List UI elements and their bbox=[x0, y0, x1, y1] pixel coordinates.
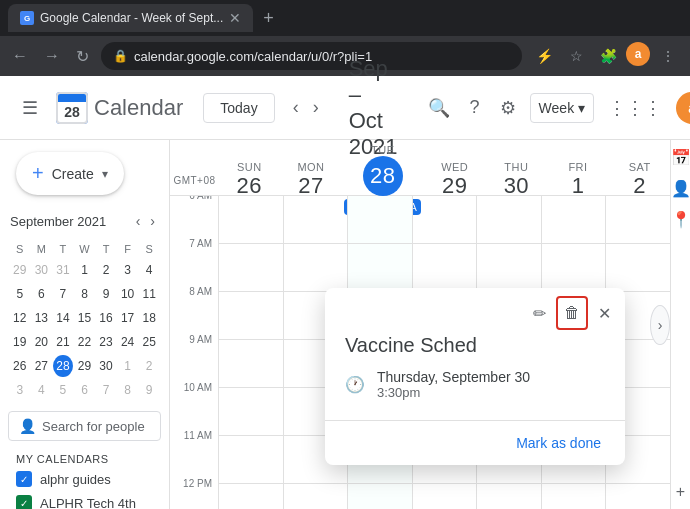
mini-cal-day[interactable]: 27 bbox=[32, 355, 52, 377]
today-btn[interactable]: Today bbox=[203, 93, 274, 123]
slot-thu-6[interactable] bbox=[476, 196, 541, 244]
slot-sun-6[interactable] bbox=[218, 196, 283, 244]
slot-sat-12[interactable] bbox=[605, 484, 670, 509]
help-btn[interactable]: ? bbox=[464, 91, 486, 124]
delete-event-btn[interactable]: 🗑 bbox=[556, 296, 588, 330]
mini-cal-day[interactable]: 9 bbox=[96, 283, 116, 305]
slot-mon-6[interactable] bbox=[283, 196, 348, 244]
hamburger-btn[interactable]: ☰ bbox=[16, 91, 44, 125]
mini-cal-day[interactable]: 6 bbox=[75, 379, 95, 401]
mini-cal-day[interactable]: 25 bbox=[139, 331, 159, 353]
mini-cal-day[interactable]: 30 bbox=[32, 259, 52, 281]
calendar-item-alphr-tech[interactable]: ✓ ALPHR Tech 4th bbox=[0, 491, 169, 509]
edit-event-btn[interactable]: ✏ bbox=[527, 298, 552, 329]
mini-cal-day[interactable]: 11 bbox=[139, 283, 159, 305]
mini-cal-day[interactable]: 1 bbox=[118, 355, 138, 377]
slot-tue-12[interactable] bbox=[347, 484, 412, 509]
slot-thu-12[interactable] bbox=[476, 484, 541, 509]
mini-cal-day[interactable]: 10 bbox=[118, 283, 138, 305]
browser-tab[interactable]: G Google Calendar - Week of Sept... ✕ bbox=[8, 4, 253, 32]
next-week-btn[interactable]: › bbox=[307, 93, 325, 122]
mini-cal-day[interactable]: 9 bbox=[139, 379, 159, 401]
back-btn[interactable]: ← bbox=[8, 43, 32, 69]
create-btn[interactable]: + Create ▾ bbox=[16, 152, 124, 195]
map-right-icon[interactable]: 📍 bbox=[671, 210, 691, 229]
prev-week-btn[interactable]: ‹ bbox=[287, 93, 305, 122]
mini-cal-day[interactable]: 26 bbox=[10, 355, 30, 377]
mini-cal-day[interactable]: 14 bbox=[53, 307, 73, 329]
address-bar[interactable]: 🔒 calendar.google.com/calendar/u/0/r?pli… bbox=[101, 42, 522, 70]
mini-cal-day[interactable]: 3 bbox=[118, 259, 138, 281]
slot-sun-12[interactable] bbox=[218, 484, 283, 509]
mini-cal-day[interactable]: 13 bbox=[32, 307, 52, 329]
expand-btn[interactable]: › bbox=[650, 305, 670, 345]
slot-fri-7[interactable] bbox=[541, 244, 606, 292]
slot-tue-7[interactable] bbox=[347, 244, 412, 292]
calendar-checkbox[interactable]: ✓ bbox=[16, 471, 32, 487]
mini-cal-day[interactable]: 1 bbox=[75, 259, 95, 281]
slot-sat-7[interactable] bbox=[605, 244, 670, 292]
mini-cal-day[interactable]: 17 bbox=[118, 307, 138, 329]
mini-cal-day[interactable]: 15 bbox=[75, 307, 95, 329]
slot-sun-7[interactable] bbox=[218, 244, 283, 292]
mini-cal-day[interactable]: 22 bbox=[75, 331, 95, 353]
calendar-right-icon[interactable]: 📅 bbox=[671, 148, 691, 167]
slot-sun-8[interactable] bbox=[218, 292, 283, 340]
mini-cal-day[interactable]: 20 bbox=[32, 331, 52, 353]
slot-sat-6[interactable] bbox=[605, 196, 670, 244]
mini-cal-day[interactable]: 19 bbox=[10, 331, 30, 353]
tab-close-btn[interactable]: ✕ bbox=[229, 10, 241, 26]
contact-right-icon[interactable]: 👤 bbox=[671, 179, 691, 198]
slot-wed-12[interactable] bbox=[412, 484, 477, 509]
mini-cal-day[interactable]: 21 bbox=[53, 331, 73, 353]
new-tab-btn[interactable]: + bbox=[263, 8, 274, 29]
mini-cal-day[interactable]: 5 bbox=[10, 283, 30, 305]
grid-btn[interactable]: ⋮⋮⋮ bbox=[602, 91, 668, 125]
mini-cal-day[interactable]: 3 bbox=[10, 379, 30, 401]
slot-sun-10[interactable] bbox=[218, 388, 283, 436]
mini-cal-day[interactable]: 31 bbox=[53, 259, 73, 281]
mini-cal-day[interactable]: 7 bbox=[53, 283, 73, 305]
mini-cal-today[interactable]: 28 bbox=[53, 355, 73, 377]
slot-mon-12[interactable] bbox=[283, 484, 348, 509]
puzzle-btn[interactable]: 🧩 bbox=[594, 42, 622, 70]
mini-cal-day[interactable]: 6 bbox=[32, 283, 52, 305]
mini-cal-day[interactable]: 2 bbox=[139, 355, 159, 377]
slot-fri-12[interactable] bbox=[541, 484, 606, 509]
mini-cal-day[interactable]: 29 bbox=[75, 355, 95, 377]
mini-cal-day[interactable]: 7 bbox=[96, 379, 116, 401]
mini-cal-day[interactable]: 24 bbox=[118, 331, 138, 353]
mini-cal-day[interactable]: 4 bbox=[32, 379, 52, 401]
mini-cal-day[interactable]: 29 bbox=[10, 259, 30, 281]
profile-avatar[interactable]: a bbox=[626, 42, 650, 66]
slot-thu-7[interactable] bbox=[476, 244, 541, 292]
mini-cal-prev[interactable]: ‹ bbox=[132, 211, 145, 231]
mini-cal-day[interactable]: 23 bbox=[96, 331, 116, 353]
mini-cal-day[interactable]: 8 bbox=[118, 379, 138, 401]
view-selector[interactable]: Week ▾ bbox=[530, 93, 595, 123]
slot-wed-6[interactable] bbox=[412, 196, 477, 244]
mini-cal-day[interactable]: 30 bbox=[96, 355, 116, 377]
calendar-checkbox[interactable]: ✓ bbox=[16, 495, 32, 509]
settings-btn[interactable]: ⚙ bbox=[494, 91, 522, 125]
search-btn[interactable]: 🔍 bbox=[422, 91, 456, 125]
mark-done-btn[interactable]: Mark as done bbox=[508, 429, 609, 457]
menu-btn[interactable]: ⋮ bbox=[654, 42, 682, 70]
slot-sun-11[interactable] bbox=[218, 436, 283, 484]
search-people[interactable]: 👤 Search for people bbox=[8, 411, 161, 441]
mini-cal-day[interactable]: 18 bbox=[139, 307, 159, 329]
bookmark-btn[interactable]: ☆ bbox=[562, 42, 590, 70]
mini-cal-day[interactable]: 5 bbox=[53, 379, 73, 401]
extensions-btn[interactable]: ⚡ bbox=[530, 42, 558, 70]
slot-wed-7[interactable] bbox=[412, 244, 477, 292]
mini-cal-day[interactable]: 8 bbox=[75, 283, 95, 305]
mini-cal-next[interactable]: › bbox=[146, 211, 159, 231]
mini-cal-day[interactable]: 4 bbox=[139, 259, 159, 281]
calendar-item-alphr-guides[interactable]: ✓ alphr guides bbox=[0, 467, 169, 491]
user-avatar[interactable]: a bbox=[676, 92, 690, 124]
mini-cal-day[interactable]: 12 bbox=[10, 307, 30, 329]
mini-cal-day[interactable]: 16 bbox=[96, 307, 116, 329]
slot-mon-7[interactable] bbox=[283, 244, 348, 292]
refresh-btn[interactable]: ↻ bbox=[72, 43, 93, 70]
slot-fri-6[interactable] bbox=[541, 196, 606, 244]
